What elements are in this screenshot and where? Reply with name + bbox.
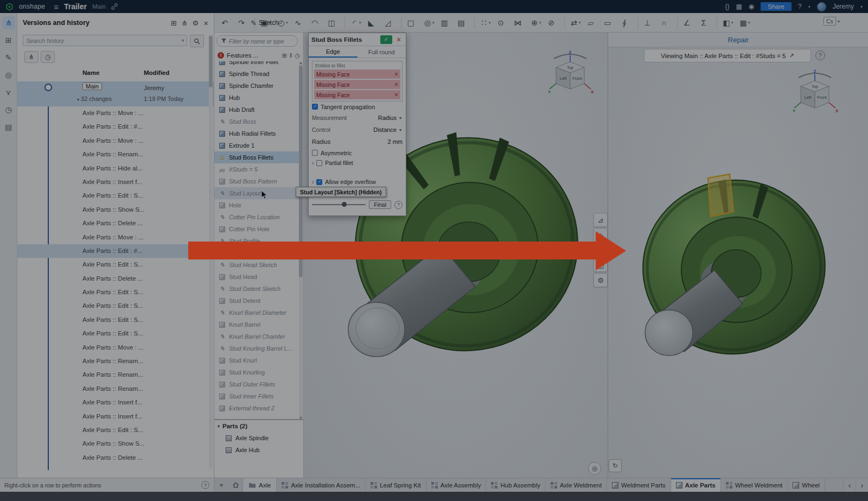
document-tab[interactable]: Axle Assembly — [426, 478, 487, 492]
feature-item[interactable]: Cotter Pin Hole — [214, 223, 300, 235]
dialog-accept-button[interactable]: ✓ — [380, 35, 392, 44]
partial-fillet-checkbox[interactable] — [316, 160, 322, 166]
rail-button[interactable]: ◎ — [2, 68, 15, 81]
new-tab-button[interactable]: + — [214, 478, 228, 492]
toolbar-icon[interactable] — [474, 17, 475, 29]
version-row[interactable]: Axle Parts :: Edit : S... — [17, 258, 214, 271]
final-button[interactable]: Final — [369, 200, 391, 209]
custom-features-button[interactable]: Cs ▾ — [824, 17, 840, 26]
missing-face-item[interactable]: Missing Face × — [314, 69, 400, 79]
version-row[interactable]: Axle Parts :: Edit : S... — [17, 327, 214, 340]
measure-button[interactable]: ⊿ — [593, 213, 608, 227]
turntable-rotate-button[interactable]: ↻ — [609, 459, 622, 472]
toolbar-icon[interactable]: ∠ — [681, 16, 697, 30]
app-store-icon[interactable]: ▦ — [736, 3, 742, 10]
toolbar-icon[interactable]: ◜▾ — [348, 16, 364, 30]
feature-item[interactable]: Stud Knurl — [214, 354, 300, 366]
toolbar-icon[interactable]: ⊥ — [641, 16, 657, 30]
control-caret-icon[interactable]: ▾ — [399, 128, 401, 132]
filter-input[interactable]: Filter by name or type — [216, 35, 298, 47]
zoom-fit-button[interactable]: ◎ — [588, 462, 601, 475]
feature-item[interactable]: Spindle Inner Fillet — [214, 61, 300, 68]
toolbar-icon[interactable]: ◧▾ — [720, 16, 736, 30]
measurement-caret-icon[interactable]: ▾ — [399, 116, 401, 121]
search-history-input[interactable]: Search history ▾ — [23, 35, 187, 46]
history-settings-button[interactable]: ⚙ — [193, 19, 199, 27]
asymmetric-checkbox[interactable] — [312, 150, 318, 156]
suppress-button[interactable]: ‖ — [290, 52, 292, 59]
rollback-history-button[interactable]: ◷ — [295, 52, 300, 59]
document-tab[interactable]: Leaf Spring Kit — [366, 478, 426, 492]
document-tab[interactable]: Wheel Weldment — [721, 478, 788, 492]
changes-view-toggle[interactable]: ◷ — [41, 51, 55, 63]
toolbar-icon[interactable]: ▭ — [602, 16, 617, 30]
slider-knob[interactable] — [342, 202, 347, 207]
link-icon[interactable] — [111, 3, 118, 10]
feature-item[interactable]: Stud Outer Fillets — [214, 378, 300, 390]
scroll-up-icon[interactable]: ▴ — [299, 61, 303, 65]
part-item[interactable]: Axle Hub — [214, 444, 303, 456]
version-row[interactable]: Axle Parts :: Renam... — [17, 368, 214, 382]
toolbar-icon[interactable]: ∮ — [618, 16, 634, 30]
version-node-icon[interactable] — [44, 84, 52, 91]
version-row[interactable]: Axle Parts :: Renam... — [17, 354, 214, 368]
feature-item[interactable]: External thread 2 — [214, 402, 300, 414]
feature-item[interactable]: Spindle Thread — [214, 68, 300, 80]
sketch-button[interactable]: ✎ Sketch — [247, 16, 283, 30]
toolbar-icon[interactable]: ⊕▾ — [528, 16, 544, 30]
control-value[interactable]: Distance — [373, 126, 397, 133]
status-help-icon[interactable]: ? — [201, 481, 209, 489]
feature-item[interactable]: Hub Radial Fillets — [214, 128, 300, 139]
toolbar-icon[interactable]: ◣ — [365, 16, 381, 30]
version-row[interactable]: Axle Parts :: Show S... — [17, 437, 214, 451]
version-row[interactable]: Axle Parts :: Edit : #... — [17, 244, 214, 258]
feature-item[interactable]: Extrude 1 — [214, 139, 300, 151]
tab-full-round[interactable]: Full round — [358, 46, 406, 58]
toolbar-icon[interactable]: ◎▾ — [422, 16, 437, 30]
feature-item[interactable]: Hole — [214, 199, 300, 211]
workspace-label[interactable]: Main — [92, 3, 106, 10]
version-row[interactable]: Axle Parts :: Edit : #... — [17, 120, 214, 134]
measurement-row[interactable]: Measurement Radius ▾ — [312, 112, 403, 124]
version-row[interactable]: Axle Parts :: Show S... — [17, 203, 214, 217]
toolbar-icon[interactable]: ⋈ — [512, 16, 527, 30]
asymmetric-row[interactable]: Asymmetric — [312, 148, 403, 158]
document-tab[interactable]: Hub Assembly — [486, 478, 546, 492]
feature-item[interactable]: Hub — [214, 92, 300, 104]
toolbar-icon[interactable]: ∷▾ — [478, 16, 494, 30]
feature-item[interactable]: Stud Detent — [214, 295, 300, 307]
rail-button[interactable]: ◷ — [2, 103, 15, 116]
rail-button[interactable]: ⋎ — [2, 86, 15, 99]
view-cube[interactable]: Top Left Front Z Y X — [790, 68, 840, 122]
toolbar-icon[interactable] — [564, 17, 565, 29]
remove-entity-icon[interactable]: × — [394, 81, 398, 88]
version-row[interactable]: Axle Parts :: Move : ... — [17, 231, 214, 244]
version-row[interactable]: Axle Parts :: Delete ... — [17, 272, 214, 286]
version-row[interactable]: Axle Parts :: Insert f... — [17, 396, 214, 409]
toolbar-icon[interactable]: ⊘ — [545, 16, 561, 30]
partial-fillet-row[interactable]: › Partial fillet — [312, 158, 403, 168]
tangent-propagation-row[interactable]: Tangent propagation — [312, 102, 403, 112]
radius-value-input[interactable]: 2 mm — [388, 138, 403, 145]
toolbar-icon[interactable] — [677, 17, 678, 29]
toolbar-icon[interactable] — [401, 17, 401, 29]
search-caret-icon[interactable]: ▾ — [182, 38, 184, 43]
feature-item[interactable]: Cotter Pin Location — [214, 211, 300, 223]
part-item[interactable]: Axle Spindle — [214, 432, 303, 444]
add-folder-button[interactable]: ⊞ — [282, 52, 287, 59]
control-row[interactable]: Control Distance ▾ — [312, 124, 403, 136]
rail-button[interactable]: ✎ — [2, 51, 15, 64]
dialog-help-icon[interactable]: ? — [394, 201, 403, 209]
version-row[interactable]: Axle Parts :: Edit : S... — [17, 423, 214, 437]
version-row[interactable]: Axle Parts :: Delete ... — [17, 451, 214, 465]
toolbar-icon[interactable]: ⊙ — [495, 16, 510, 30]
changes-count[interactable]: 32 changes — [81, 96, 112, 102]
toolbar-icon[interactable]: ∩ — [658, 16, 674, 30]
feature-item[interactable]: Knurl Barrel — [214, 319, 300, 331]
hamburger-icon[interactable]: ≡ — [54, 2, 59, 11]
tangent-propagation-checkbox[interactable] — [312, 104, 318, 110]
missing-face-item[interactable]: Missing Face × — [314, 90, 400, 99]
user-name[interactable]: Jeremy — [833, 3, 854, 10]
chevron-down-icon[interactable]: ▾ — [218, 424, 220, 429]
view-cube[interactable]: Top Left Front Z Y X — [545, 49, 595, 103]
